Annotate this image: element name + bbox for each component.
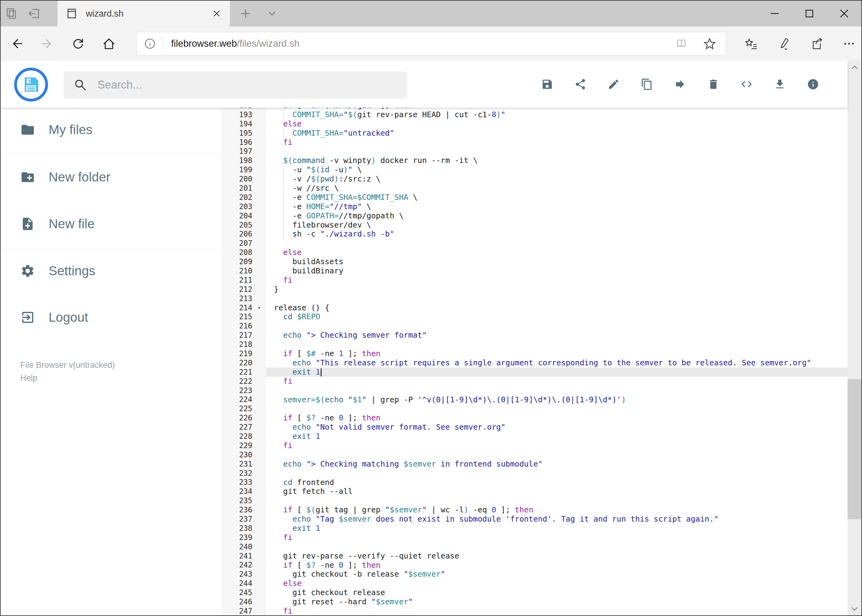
code-line[interactable]: 211fi <box>222 275 848 285</box>
sidebar-item-settings[interactable]: Settings <box>1 254 222 288</box>
page-info-icon[interactable] <box>137 37 163 50</box>
code-line[interactable]: 230 <box>222 450 848 459</box>
code-line[interactable]: 198$(command -v winpty) docker run --rm … <box>222 156 848 165</box>
back-button[interactable] <box>4 27 29 61</box>
code-line[interactable]: 225 <box>222 404 848 413</box>
code-line[interactable]: 245git checkout release <box>222 588 848 597</box>
code-line[interactable]: 226if [ $? -ne 0 ]; then <box>222 413 848 423</box>
code-line[interactable]: 238exit 1 <box>222 524 848 533</box>
code-line[interactable]: 244else <box>222 579 848 588</box>
raw-code-button[interactable] <box>741 78 753 90</box>
close-tab-icon[interactable] <box>211 8 222 19</box>
code-editor[interactable]: 192if [ -d "$REPO/.git" ]; then193COMMIT… <box>222 108 848 615</box>
save-button[interactable] <box>541 78 553 90</box>
code-line[interactable]: 205filebrowser/dev \ <box>222 220 848 230</box>
code-line[interactable]: 237echo "Tag $semver does not exist in s… <box>222 514 848 524</box>
set-tabs-aside-icon[interactable] <box>5 7 19 20</box>
code-line[interactable]: 196fi <box>222 138 848 147</box>
page-scrollbar[interactable] <box>848 61 861 615</box>
url-text[interactable]: filebrowser.web/files/wizard.sh <box>171 38 674 49</box>
code-line[interactable]: 212} <box>222 285 848 294</box>
sidebar-item-my-files[interactable]: My files <box>1 113 222 147</box>
scroll-down-icon[interactable] <box>848 602 861 615</box>
code-line[interactable]: 195COMMIT_SHA="untracked" <box>222 129 848 138</box>
favorite-star-icon[interactable] <box>702 36 717 51</box>
edit-button[interactable] <box>607 78 620 90</box>
tabs-you-set-aside-icon[interactable] <box>28 7 41 20</box>
code-line[interactable]: 202-e COMMIT_SHA=$COMMIT_SHA \ <box>222 193 848 202</box>
code-line[interactable]: 228exit 1 <box>222 432 848 441</box>
code-line[interactable]: 218 <box>222 340 848 349</box>
scroll-up-icon[interactable] <box>848 61 861 74</box>
code-line[interactable]: 193COMMIT_SHA="$(git rev-parse HEAD | cu… <box>222 110 848 119</box>
refresh-button[interactable] <box>66 27 90 61</box>
address-bar[interactable]: filebrowser.web/files/wizard.sh <box>137 32 726 55</box>
code-line[interactable]: 222fi <box>222 377 848 386</box>
code-line[interactable]: 235 <box>222 496 848 505</box>
sidebar-item-new-folder[interactable]: New folder <box>1 160 222 194</box>
download-button[interactable] <box>774 78 786 90</box>
search-input[interactable]: Search... <box>64 71 407 98</box>
sidebar-item-logout[interactable]: Logout <box>1 300 222 335</box>
code-line[interactable]: 197 <box>222 147 848 156</box>
code-line[interactable]: 217echo "> Checking semver format" <box>222 331 848 340</box>
web-note-pen-icon[interactable] <box>777 36 791 51</box>
code-line[interactable]: 203-e HOME="//tmp" \ <box>222 202 848 211</box>
code-line[interactable]: 207 <box>222 239 848 248</box>
code-line[interactable]: 239fi <box>222 533 848 542</box>
code-line[interactable]: 224semver=$(echo "$1" | grep -P '^v(0|[1… <box>222 395 848 404</box>
scrollbar-thumb[interactable] <box>848 379 861 519</box>
code-line[interactable]: 199-u "$(id -u)" \ <box>222 165 848 174</box>
code-line[interactable]: 206sh -c "./wizard.sh -b" <box>222 229 848 239</box>
fold-arrow-icon[interactable]: ▾ <box>252 303 266 313</box>
home-button[interactable] <box>97 27 121 61</box>
code-line[interactable]: 241git rev-parse --verify --quiet releas… <box>222 552 848 561</box>
code-line[interactable]: 213 <box>222 294 848 303</box>
share-icon[interactable] <box>810 36 823 51</box>
help-link[interactable]: Help <box>20 371 222 384</box>
code-line[interactable]: 201-w //src \ <box>222 184 848 193</box>
code-line[interactable]: 232 <box>222 469 848 478</box>
code-line[interactable]: 240 <box>222 542 848 552</box>
delete-button[interactable] <box>707 78 720 90</box>
code-line[interactable]: 233cd frontend <box>222 478 848 487</box>
code-line[interactable]: 234git fetch --all <box>222 487 848 496</box>
code-line[interactable]: 227echo "Not valid semver format. See se… <box>222 423 848 432</box>
new-tab-button[interactable] <box>236 1 255 27</box>
code-line[interactable]: 192if [ -d "$REPO/.git" ]; then <box>222 108 848 110</box>
info-button[interactable] <box>807 78 819 90</box>
code-line[interactable]: 204-e GOPATH=//tmp/gopath \ <box>222 211 848 220</box>
code-line[interactable]: 200-v /$(pwd):/src:z \ <box>222 174 848 184</box>
code-line[interactable]: 194else <box>222 119 848 129</box>
favorites-hub-icon[interactable] <box>744 36 758 51</box>
filebrowser-logo[interactable] <box>14 68 48 102</box>
copy-button[interactable] <box>641 78 653 90</box>
code-line[interactable]: 231echo "> Checking matching $semver in … <box>222 459 848 469</box>
maximize-button[interactable] <box>792 1 827 27</box>
forward-button[interactable] <box>35 27 60 61</box>
code-line[interactable]: 216 <box>222 321 848 331</box>
code-line[interactable]: 209buildAssets <box>222 257 848 266</box>
code-line[interactable]: 220echo "This release script requires a … <box>222 358 848 368</box>
code-line[interactable]: 247fi <box>222 607 848 615</box>
code-line[interactable]: 246git reset --hard "$semver" <box>222 597 848 607</box>
share-file-button[interactable] <box>574 78 586 90</box>
browser-tab[interactable]: wizard.sh <box>58 1 230 27</box>
tab-dropdown-icon[interactable] <box>263 1 281 27</box>
code-line[interactable]: 221exit 1 <box>222 368 848 377</box>
code-line[interactable]: 210buildBinary <box>222 266 848 275</box>
more-ellipsis-icon[interactable] <box>842 36 856 51</box>
reading-view-icon[interactable] <box>674 36 689 51</box>
code-line[interactable]: 243git checkout -b release "$semver" <box>222 570 848 579</box>
code-line[interactable]: 214▾release () { <box>222 303 848 313</box>
sidebar-item-new-file[interactable]: New file <box>1 207 222 241</box>
code-line[interactable]: 236if [ $(git tag | grep "$semver" | wc … <box>222 505 848 514</box>
code-line[interactable]: 208else <box>222 248 848 257</box>
code-line[interactable]: 242if [ $? -ne 0 ]; then <box>222 561 848 570</box>
code-line[interactable]: 215cd $REPO <box>222 312 848 321</box>
minimize-button[interactable] <box>757 1 792 27</box>
code-line[interactable]: 229fi <box>222 441 848 450</box>
code-line[interactable]: 219if [ $# -ne 1 ]; then <box>222 349 848 358</box>
close-window-button[interactable] <box>827 1 861 27</box>
move-button[interactable] <box>674 78 686 90</box>
